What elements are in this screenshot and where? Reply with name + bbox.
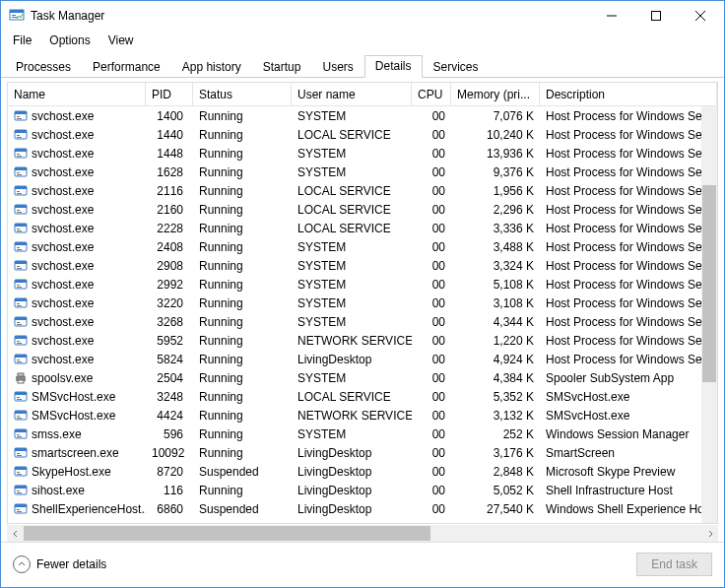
- svg-rect-78: [17, 436, 22, 437]
- cell-name: svchost.exe: [32, 128, 94, 142]
- tab-strip: Processes Performance App history Startu…: [1, 50, 724, 78]
- cell-name: svchost.exe: [32, 222, 94, 235]
- cell-status: Running: [193, 446, 292, 460]
- col-cpu[interactable]: CPU: [412, 83, 451, 105]
- tab-startup[interactable]: Startup: [252, 56, 312, 78]
- cell-user: SYSTEM: [292, 109, 412, 123]
- svg-rect-50: [17, 303, 20, 304]
- col-status[interactable]: Status: [193, 83, 292, 105]
- table-row[interactable]: svchost.exe1628RunningSYSTEM009,376 KHos…: [8, 163, 717, 181]
- cell-cpu: 00: [412, 203, 451, 217]
- svg-rect-37: [15, 242, 27, 245]
- scroll-left-icon[interactable]: [7, 525, 24, 542]
- cell-pid: 1400: [146, 109, 193, 123]
- col-user[interactable]: User name: [292, 83, 412, 105]
- table-row[interactable]: spoolsv.exe2504RunningSYSTEM004,384 KSpo…: [8, 368, 717, 387]
- cell-mem: 5,108 K: [451, 278, 540, 292]
- horizontal-scrollbar[interactable]: [7, 525, 718, 542]
- cell-status: Running: [193, 371, 292, 385]
- table-row[interactable]: smss.exe596RunningSYSTEM00252 KWindows S…: [8, 425, 717, 443]
- cell-desc: Host Process for Windows Serv: [540, 109, 717, 123]
- fewer-details-button[interactable]: Fewer details: [13, 555, 106, 573]
- table-row[interactable]: SkypeHost.exe8720SuspendedLivingDesktop0…: [8, 462, 717, 481]
- table-row[interactable]: svchost.exe1400RunningSYSTEM007,076 KHos…: [8, 106, 717, 125]
- cell-desc: Host Process for Windows Serv: [540, 296, 717, 310]
- svg-rect-74: [17, 418, 22, 419]
- cell-user: LivingDesktop: [292, 502, 412, 516]
- table-row[interactable]: svchost.exe2116RunningLOCAL SERVICE001,9…: [8, 181, 717, 200]
- menu-options[interactable]: Options: [41, 32, 98, 49]
- cell-mem: 4,344 K: [451, 315, 540, 329]
- table-row[interactable]: svchost.exe1440RunningLOCAL SERVICE0010,…: [8, 125, 717, 144]
- cell-user: LOCAL SERVICE: [292, 390, 412, 404]
- app-icon: [9, 8, 25, 24]
- process-table: Name PID Status User name CPU Memory (pr…: [7, 82, 718, 524]
- minimize-button[interactable]: [589, 1, 633, 31]
- cell-name: svchost.exe: [32, 315, 94, 329]
- cell-user: LivingDesktop: [292, 353, 412, 366]
- table-row[interactable]: svchost.exe3220RunningSYSTEM003,108 KHos…: [8, 294, 717, 312]
- table-row[interactable]: svchost.exe2228RunningLOCAL SERVICE003,3…: [8, 219, 717, 237]
- tab-users[interactable]: Users: [311, 56, 363, 78]
- cell-name: svchost.exe: [32, 203, 94, 217]
- svg-rect-85: [17, 472, 20, 473]
- svg-rect-19: [17, 156, 22, 157]
- table-row[interactable]: SMSvcHost.exe3248RunningLOCAL SERVICE005…: [8, 387, 717, 406]
- svg-rect-41: [15, 261, 27, 264]
- table-row[interactable]: svchost.exe2992RunningSYSTEM005,108 KHos…: [8, 275, 717, 294]
- table-row[interactable]: svchost.exe5952RunningNETWORK SERVICE001…: [8, 331, 717, 350]
- cell-pid: 2504: [146, 371, 193, 385]
- cell-status: Running: [193, 165, 292, 179]
- cell-desc: Host Process for Windows Serv: [540, 128, 717, 142]
- svg-rect-11: [17, 118, 22, 119]
- cell-status: Running: [193, 334, 292, 348]
- cell-cpu: 00: [412, 109, 451, 123]
- scroll-thumb[interactable]: [702, 185, 716, 382]
- table-row[interactable]: svchost.exe2908RunningSYSTEM003,324 KHos…: [8, 256, 717, 275]
- col-name[interactable]: Name: [8, 83, 146, 105]
- hscroll-thumb[interactable]: [24, 526, 430, 541]
- end-task-button[interactable]: End task: [636, 553, 712, 576]
- tab-services[interactable]: Services: [423, 56, 490, 78]
- cell-mem: 3,488 K: [451, 240, 540, 254]
- svg-rect-45: [15, 280, 27, 283]
- tab-performance[interactable]: Performance: [82, 56, 171, 78]
- maximize-button[interactable]: [633, 1, 678, 31]
- vertical-scrollbar[interactable]: [701, 106, 717, 523]
- scroll-right-icon[interactable]: [701, 525, 718, 542]
- svg-rect-3: [12, 17, 18, 18]
- table-row[interactable]: svchost.exe5824RunningLivingDesktop004,9…: [8, 350, 717, 368]
- table-row[interactable]: ShellExperienceHost....6860SuspendedLivi…: [8, 499, 717, 518]
- cell-mem: 7,076 K: [451, 109, 540, 123]
- cell-name: svchost.exe: [32, 278, 94, 292]
- table-row[interactable]: svchost.exe2160RunningLOCAL SERVICE002,2…: [8, 200, 717, 219]
- table-row[interactable]: svchost.exe1448RunningSYSTEM0013,936 KHo…: [8, 144, 717, 163]
- tab-details[interactable]: Details: [364, 55, 423, 78]
- cell-cpu: 00: [412, 409, 451, 423]
- cell-cpu: 00: [412, 390, 451, 404]
- menu-view[interactable]: View: [100, 32, 142, 49]
- svg-rect-47: [17, 287, 22, 288]
- cell-desc: Host Process for Windows Serv: [540, 222, 717, 235]
- col-mem[interactable]: Memory (pri...: [451, 83, 540, 105]
- table-row[interactable]: sihost.exe116RunningLivingDesktop005,052…: [8, 481, 717, 499]
- table-row[interactable]: svchost.exe3268RunningSYSTEM004,344 KHos…: [8, 312, 717, 331]
- process-icon: [14, 353, 28, 366]
- col-pid[interactable]: PID: [146, 83, 193, 105]
- table-row[interactable]: smartscreen.exe10092RunningLivingDesktop…: [8, 443, 717, 462]
- cell-user: SYSTEM: [292, 278, 412, 292]
- table-row[interactable]: svchost.exe2408RunningSYSTEM003,488 KHos…: [8, 237, 717, 256]
- svg-rect-94: [17, 511, 22, 512]
- tab-apphistory[interactable]: App history: [171, 56, 252, 78]
- svg-rect-14: [17, 135, 20, 136]
- close-button[interactable]: [678, 1, 722, 31]
- svg-rect-17: [15, 149, 27, 152]
- cell-pid: 3248: [146, 390, 193, 404]
- tab-processes[interactable]: Processes: [5, 56, 82, 78]
- svg-rect-89: [17, 490, 20, 491]
- svg-rect-59: [17, 343, 22, 344]
- menu-file[interactable]: File: [5, 32, 39, 49]
- table-row[interactable]: SMSvcHost.exe4424RunningNETWORK SERVICE0…: [8, 406, 717, 425]
- cell-pid: 2160: [146, 203, 193, 217]
- col-desc[interactable]: Description: [540, 83, 717, 105]
